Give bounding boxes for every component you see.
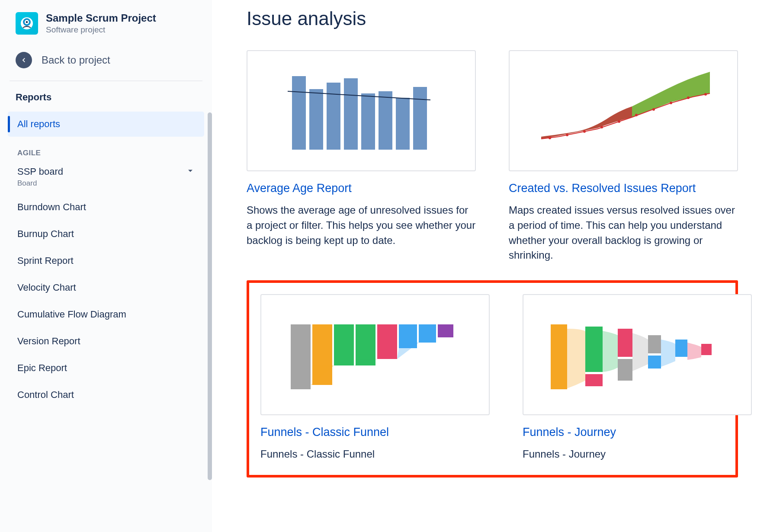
card-title[interactable]: Funnels - Journey bbox=[523, 426, 752, 439]
card-title[interactable]: Created vs. Resolved Issues Report bbox=[509, 182, 738, 195]
svg-line-12 bbox=[288, 91, 430, 100]
card-desc: Maps created issues versus resolved issu… bbox=[509, 203, 738, 263]
report-card-classic-funnel[interactable]: Funnels - Classic Funnel Funnels - Class… bbox=[260, 294, 490, 462]
page-title: Issue analysis bbox=[247, 8, 766, 29]
project-subtitle: Software project bbox=[46, 25, 156, 35]
sidebar: Sample Scrum Project Software project Ba… bbox=[0, 0, 212, 532]
arrow-left-icon bbox=[16, 52, 32, 68]
svg-point-13 bbox=[549, 137, 551, 139]
svg-point-14 bbox=[566, 134, 568, 136]
board-name: SSP board bbox=[17, 166, 63, 177]
sidebar-report-version[interactable]: Version Report bbox=[8, 328, 204, 355]
sidebar-report-epic[interactable]: Epic Report bbox=[8, 355, 204, 381]
thumbnail-bar-chart-icon bbox=[247, 50, 476, 171]
card-desc: Shows the average age of unresolved issu… bbox=[247, 203, 476, 248]
svg-rect-32 bbox=[585, 327, 603, 372]
sidebar-report-velocity[interactable]: Velocity Chart bbox=[8, 274, 204, 301]
svg-point-18 bbox=[635, 114, 638, 116]
svg-rect-7 bbox=[344, 78, 358, 150]
divider bbox=[10, 80, 202, 81]
main-content: Issue analysis bbox=[212, 0, 783, 532]
svg-rect-39 bbox=[701, 344, 712, 355]
sidebar-report-sprint[interactable]: Sprint Report bbox=[8, 247, 204, 274]
svg-rect-31 bbox=[551, 324, 567, 389]
thumbnail-journey-icon bbox=[523, 294, 752, 415]
sidebar-report-burndown[interactable]: Burndown Chart bbox=[8, 194, 204, 221]
svg-point-22 bbox=[704, 93, 707, 96]
board-subtitle: Board bbox=[8, 179, 204, 194]
svg-point-20 bbox=[670, 102, 672, 104]
report-card-created-resolved[interactable]: Created vs. Resolved Issues Report Maps … bbox=[509, 50, 738, 263]
svg-rect-37 bbox=[648, 356, 661, 369]
svg-point-17 bbox=[618, 120, 620, 123]
report-card-average-age[interactable]: Average Age Report Shows the average age… bbox=[247, 50, 476, 263]
svg-rect-34 bbox=[618, 329, 632, 357]
section-heading-reports: Reports bbox=[8, 92, 204, 112]
report-card-journey-funnel[interactable]: Funnels - Journey Funnels - Journey bbox=[523, 294, 752, 462]
project-header: Sample Scrum Project Software project bbox=[8, 12, 204, 44]
svg-rect-10 bbox=[396, 98, 410, 150]
back-to-project-link[interactable]: Back to project bbox=[8, 44, 204, 80]
chevron-down-icon bbox=[186, 167, 195, 177]
svg-rect-33 bbox=[585, 374, 603, 386]
svg-rect-35 bbox=[618, 359, 632, 381]
svg-rect-23 bbox=[291, 324, 311, 389]
svg-rect-38 bbox=[675, 340, 687, 357]
svg-point-15 bbox=[583, 130, 586, 133]
svg-rect-29 bbox=[419, 324, 436, 343]
svg-rect-36 bbox=[648, 335, 661, 353]
svg-point-3 bbox=[26, 21, 28, 23]
nav-all-reports-label: All reports bbox=[17, 119, 60, 129]
card-desc: Funnels - Classic Funnel bbox=[260, 447, 490, 462]
card-title[interactable]: Average Age Report bbox=[247, 182, 476, 195]
svg-point-19 bbox=[652, 108, 655, 111]
sidebar-scrollbar[interactable] bbox=[208, 112, 212, 480]
svg-rect-11 bbox=[413, 87, 427, 150]
board-selector[interactable]: SSP board bbox=[8, 162, 204, 179]
group-label-agile: AGILE bbox=[8, 138, 204, 162]
card-title[interactable]: Funnels - Classic Funnel bbox=[260, 426, 490, 439]
svg-rect-27 bbox=[377, 324, 397, 359]
svg-rect-8 bbox=[361, 93, 375, 150]
project-avatar-icon bbox=[16, 12, 38, 35]
back-label: Back to project bbox=[42, 54, 110, 66]
thumbnail-area-chart-icon bbox=[509, 50, 738, 171]
svg-rect-4 bbox=[292, 76, 306, 150]
highlighted-report-group: Funnels - Classic Funnel Funnels - Class… bbox=[247, 280, 738, 478]
svg-rect-30 bbox=[438, 324, 453, 337]
svg-rect-5 bbox=[309, 89, 323, 150]
card-desc: Funnels - Journey bbox=[523, 447, 752, 462]
nav-all-reports[interactable]: All reports bbox=[8, 112, 204, 137]
svg-rect-6 bbox=[327, 83, 340, 150]
svg-point-21 bbox=[687, 96, 690, 99]
project-title: Sample Scrum Project bbox=[46, 12, 156, 24]
sidebar-report-burnup[interactable]: Burnup Chart bbox=[8, 221, 204, 247]
svg-rect-25 bbox=[334, 324, 354, 365]
sidebar-report-cfd[interactable]: Cumulative Flow Diagram bbox=[8, 301, 204, 328]
sidebar-report-control[interactable]: Control Chart bbox=[8, 381, 204, 408]
svg-rect-9 bbox=[379, 91, 392, 150]
report-cards-grid: Average Age Report Shows the average age… bbox=[247, 50, 766, 478]
thumbnail-funnel-icon bbox=[260, 294, 490, 415]
svg-point-16 bbox=[600, 126, 603, 128]
